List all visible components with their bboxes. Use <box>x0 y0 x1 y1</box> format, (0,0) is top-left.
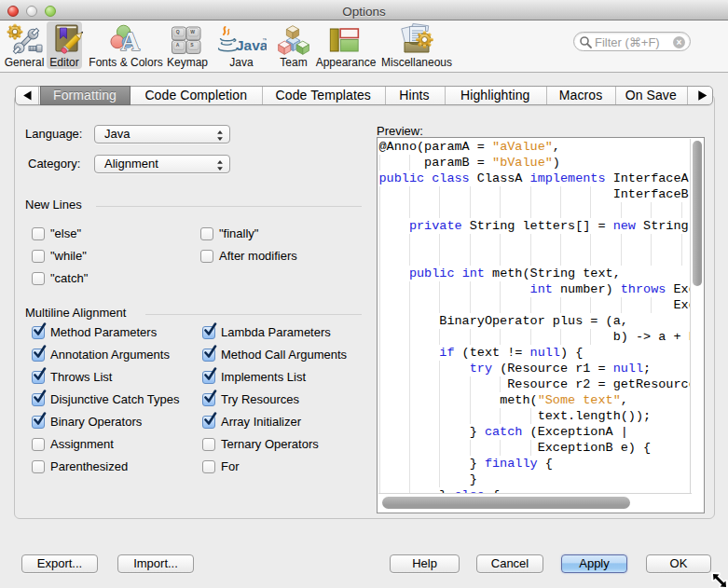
svg-text:™: ™ <box>262 37 267 43</box>
svg-text:A: A <box>120 26 140 56</box>
svg-text:Q: Q <box>176 29 180 34</box>
svg-text:W: W <box>190 29 195 34</box>
svg-text:A: A <box>176 42 180 48</box>
